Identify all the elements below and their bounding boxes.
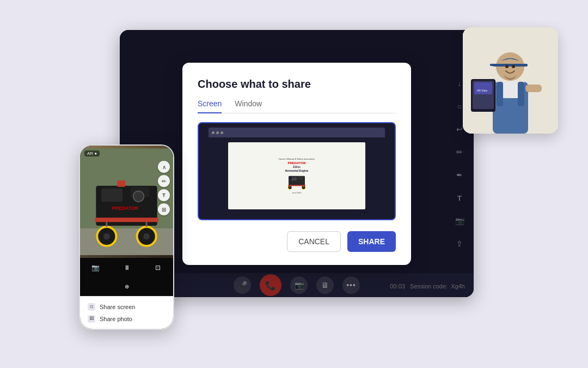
person-svg: AR View	[463, 27, 558, 134]
phone-draw-btn[interactable]: ✏	[158, 175, 170, 187]
svg-point-16	[103, 233, 110, 240]
dot1	[212, 131, 215, 134]
person-card: AR View	[463, 27, 558, 134]
svg-rect-31	[490, 64, 494, 66]
share-screen-icon: ⊡	[88, 303, 95, 311]
share-screen-label: Share screen	[100, 304, 135, 310]
phone-camera-view: PREDATOR AR ● ∧ ✏ T ⊞	[80, 146, 173, 258]
share-dialog: Choose what to share Screen Window	[182, 63, 411, 265]
phone-settings-btn[interactable]: ⊞	[158, 203, 170, 215]
svg-rect-37	[474, 82, 492, 94]
engine-type-text: Horizontal Engine	[285, 169, 309, 172]
svg-rect-27	[497, 82, 503, 106]
phone-camera-btn[interactable]: 📷	[89, 261, 103, 275]
phone-bottom-row-2: ⊕	[80, 277, 173, 296]
svg-rect-3	[289, 177, 292, 179]
phone-scroll-up[interactable]: ∧	[158, 161, 170, 173]
phone-capture-btn[interactable]: ⊡	[151, 261, 165, 275]
svg-rect-39	[525, 85, 542, 92]
svg-rect-14	[95, 218, 158, 222]
mini-browser-bar	[209, 128, 385, 137]
person-figure: AR View	[463, 27, 558, 134]
phone-ar-badge: AR ●	[84, 150, 100, 156]
mini-browser-content: Owner's Manual & Safety Instructions PRE…	[209, 137, 385, 214]
engine-model: 212cc Horizontal Engine	[285, 165, 309, 172]
phone-share-section: ⊡ Share screen 🖼 Share photo	[80, 296, 173, 329]
mini-browser: Owner's Manual & Safety Instructions PRE…	[209, 128, 385, 214]
svg-rect-2	[298, 177, 303, 179]
screen-preview[interactable]: Owner's Manual & Safety Instructions PRE…	[198, 122, 396, 220]
share-button[interactable]: SHARE	[347, 231, 396, 252]
phone-top-bar: AR ●	[80, 146, 173, 161]
phone-bottom-controls: 📷 ⏸ ⊡ ⊕	[80, 258, 173, 296]
svg-text:AR View: AR View	[477, 89, 487, 92]
svg-rect-10	[80, 228, 173, 255]
svg-point-18	[143, 233, 150, 240]
svg-rect-28	[518, 82, 524, 106]
svg-rect-20	[117, 180, 125, 187]
dot3	[220, 131, 223, 134]
svg-rect-30	[493, 64, 528, 67]
phone-scroll-btns: ∧ ✏ T ⊞	[158, 161, 170, 215]
engine-illustration	[286, 174, 308, 190]
phone-pause-btn[interactable]: ⏸	[120, 261, 134, 275]
phone-bottom-row-1: 📷 ⏸ ⊡	[80, 258, 173, 277]
manual-owner-label: Owner's Manual & Safety Instructions	[279, 158, 315, 161]
share-photo-icon: 🖼	[88, 315, 95, 323]
manual-page: Owner's Manual & Safety Instructions PRE…	[228, 142, 366, 210]
svg-point-33	[512, 65, 515, 68]
svg-text:PREDATOR: PREDATOR	[112, 206, 139, 211]
phone-text-btn[interactable]: T	[158, 189, 170, 201]
tab-screen[interactable]: Screen	[198, 99, 222, 113]
cancel-button[interactable]: CANCEL	[287, 231, 341, 252]
model-text: 212cc	[293, 165, 301, 168]
svg-rect-1	[291, 178, 297, 181]
screen-preview-inner: Owner's Manual & Safety Instructions PRE…	[199, 123, 395, 219]
dot2	[216, 131, 219, 134]
dialog-title: Choose what to share	[198, 78, 396, 91]
share-screen-item[interactable]: ⊡ Share screen	[88, 303, 166, 311]
share-photo-label: Share photo	[100, 316, 132, 322]
phone-scan-btn[interactable]: ⊕	[120, 280, 134, 294]
dialog-actions: CANCEL SHARE	[198, 231, 396, 252]
phone-screen: PREDATOR AR ● ∧ ✏ T ⊞ 📷 ⏸ ⊡	[80, 146, 173, 329]
svg-rect-12	[101, 189, 122, 202]
manual-footer-text: Item# 60363	[292, 192, 302, 194]
svg-point-32	[505, 65, 509, 68]
share-photo-item[interactable]: 🖼 Share photo	[88, 315, 166, 323]
predator-brand: PREDATOR	[287, 161, 305, 165]
tab-window[interactable]: Window	[235, 99, 262, 113]
share-tabs: Screen Window	[198, 99, 396, 113]
mobile-phone: PREDATOR AR ● ∧ ✏ T ⊞ 📷 ⏸ ⊡	[79, 144, 174, 330]
svg-rect-6	[288, 185, 305, 186]
svg-point-19	[133, 191, 144, 202]
